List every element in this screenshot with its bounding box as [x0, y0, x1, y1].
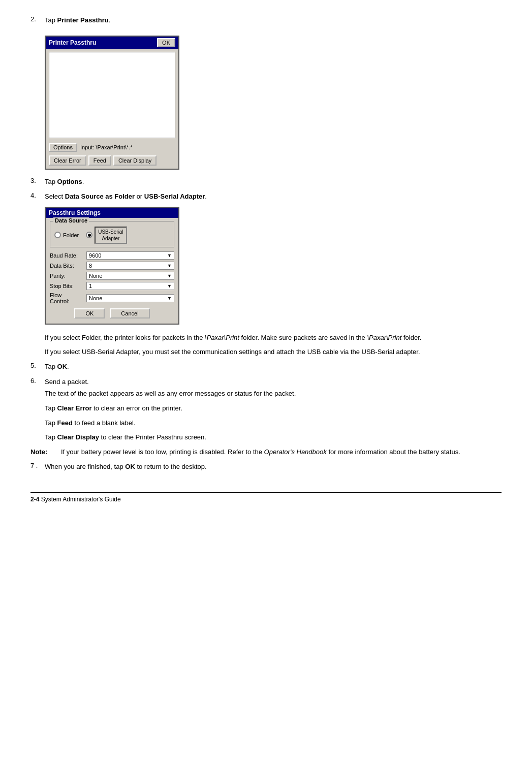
passthru-settings-title: Passthru Settings: [49, 209, 101, 216]
stop-bits-select[interactable]: 1 ▼: [86, 282, 174, 290]
feed-button[interactable]: Feed: [88, 155, 111, 166]
step-6-line: 6. Send a packet.: [30, 377, 502, 387]
parity-row: Parity: None ▼: [50, 272, 174, 280]
options-button[interactable]: Options: [49, 143, 77, 152]
body-para-4: Tap Clear Error to clear an error on the…: [45, 403, 502, 414]
flow-control-row: FlowControl: None ▼: [50, 292, 174, 304]
baud-rate-dropdown-arrow: ▼: [167, 253, 172, 258]
step-2-line: 2. Tap Printer Passthru.: [30, 15, 502, 25]
step-3-number: 3.: [30, 177, 45, 184]
data-bits-value: 8: [89, 263, 92, 269]
note-italic: Operator's Handbook: [264, 448, 327, 456]
printer-passthru-dialog: Printer Passthru OK Options Input: \Paxa…: [45, 36, 179, 170]
usb-serial-label: USB-SerialAdapter: [95, 227, 127, 244]
passthru-settings-dialog: Passthru Settings Data Source Folder USB…: [45, 207, 179, 325]
body-para-5: Tap Feed to feed a blank label.: [45, 418, 502, 429]
step-5-text: Tap OK.: [45, 362, 69, 372]
printer-passthru-bottom-bar: Clear Error Feed Clear Display: [46, 153, 178, 169]
folder-radio-circle: [54, 232, 61, 238]
parity-dropdown-arrow: ▼: [167, 273, 172, 278]
parity-value: None: [89, 273, 102, 279]
step-5-bold: OK: [57, 363, 68, 370]
para1-italic: \Paxar\Print: [205, 334, 239, 341]
footer-page-num: 2-4: [30, 496, 39, 503]
folder-label: Folder: [63, 232, 79, 238]
note-line: Note: If your battery power level is too…: [30, 447, 502, 458]
usb-serial-radio-option[interactable]: USB-SerialAdapter: [86, 227, 127, 244]
passthru-settings-body: Data Source Folder USB-SerialAdapter Bau…: [46, 218, 178, 324]
flow-control-value: None: [89, 295, 102, 301]
stop-bits-label: Stop Bits:: [50, 283, 86, 289]
passthru-settings-title-bar: Passthru Settings: [46, 208, 178, 218]
baud-rate-label: Baud Rate:: [50, 252, 86, 259]
step-2-text: Tap Printer Passthru.: [45, 15, 110, 25]
printer-passthru-content-area: [49, 52, 175, 138]
stop-bits-row: Stop Bits: 1 ▼: [50, 282, 174, 290]
footer: 2-4 System Administrator's Guide: [30, 496, 502, 503]
body-para-6: Tap Clear Display to clear the Printer P…: [45, 432, 502, 443]
step-7-line: 7 . When you are finished, tap OK to ret…: [30, 462, 502, 472]
data-source-group: Data Source Folder USB-SerialAdapter: [50, 221, 174, 247]
input-label: Input: \Paxar\Print\*.*: [80, 144, 133, 150]
step-4-text: Select Data Source as Folder or USB-Seri…: [45, 192, 207, 202]
step-7-text: When you are finished, tap OK to return …: [45, 462, 207, 472]
step-6-number: 6.: [30, 377, 45, 385]
step-2-bold: Printer Passthru: [57, 16, 109, 24]
folder-radio-option[interactable]: Folder: [54, 232, 79, 238]
data-bits-dropdown-arrow: ▼: [167, 263, 172, 268]
printer-passthru-options-bar: Options Input: \Paxar\Print\*.*: [46, 141, 178, 153]
para1-italic2: \Paxar\Print: [367, 334, 401, 341]
body-para-3: The text of the packet appears as well a…: [45, 389, 502, 399]
data-source-legend: Data Source: [53, 217, 89, 224]
flow-control-dropdown-arrow: ▼: [167, 296, 172, 301]
flow-control-label: FlowControl:: [50, 292, 86, 304]
note-label: Note:: [30, 447, 61, 458]
flow-control-select[interactable]: None ▼: [86, 294, 174, 302]
step-6-text: Send a packet.: [45, 377, 89, 387]
clear-error-bold: Clear Error: [57, 404, 92, 412]
step-5-line: 5. Tap OK.: [30, 362, 502, 372]
stop-bits-value: 1: [89, 283, 92, 289]
body-para-1: If you select Folder, the printer looks …: [45, 333, 502, 343]
printer-passthru-title-bar: Printer Passthru OK: [46, 37, 178, 49]
step-4-line: 4. Select Data Source as Folder or USB-S…: [30, 192, 502, 202]
step-4-number: 4.: [30, 192, 45, 199]
parity-select[interactable]: None ▼: [86, 272, 174, 280]
footer-divider: [30, 492, 502, 493]
footer-title: System Administrator's Guide: [41, 496, 121, 503]
feed-bold: Feed: [57, 419, 73, 427]
data-bits-row: Data Bits: 8 ▼: [50, 262, 174, 270]
parity-label: Parity:: [50, 273, 86, 279]
data-bits-select[interactable]: 8 ▼: [86, 262, 174, 270]
step-7-bold: OK: [125, 463, 135, 470]
usb-serial-radio-circle: [86, 232, 92, 238]
baud-rate-select[interactable]: 9600 ▼: [86, 251, 174, 260]
data-source-options: Folder USB-SerialAdapter: [54, 227, 170, 244]
body-para-2: If you select USB-Serial Adapter, you mu…: [45, 347, 502, 358]
step-3-text: Tap Options.: [45, 177, 84, 187]
note-content: If your battery power level is too low, …: [61, 447, 502, 458]
settings-ok-button[interactable]: OK: [74, 308, 105, 318]
step-4-bold2: USB-Serial Adapter: [144, 193, 205, 200]
clear-display-button[interactable]: Clear Display: [113, 155, 157, 166]
step-3-line: 3. Tap Options.: [30, 177, 502, 187]
step-2-number: 2.: [30, 15, 45, 23]
baud-rate-row: Baud Rate: 9600 ▼: [50, 251, 174, 260]
printer-passthru-title: Printer Passthru: [49, 39, 96, 46]
stop-bits-dropdown-arrow: ▼: [167, 283, 172, 289]
step-5-number: 5.: [30, 362, 45, 369]
step-7-number: 7 .: [30, 462, 45, 469]
data-bits-label: Data Bits:: [50, 263, 86, 269]
settings-cancel-button[interactable]: Cancel: [110, 308, 149, 318]
clear-error-button[interactable]: Clear Error: [49, 155, 86, 166]
step-4-bold1: Data Source as Folder: [65, 193, 135, 200]
clear-display-bold: Clear Display: [57, 433, 99, 441]
step-3-bold: Options: [57, 178, 82, 185]
settings-buttons: OK Cancel: [50, 308, 174, 321]
printer-passthru-ok-button[interactable]: OK: [157, 38, 175, 47]
baud-rate-value: 9600: [89, 252, 101, 259]
